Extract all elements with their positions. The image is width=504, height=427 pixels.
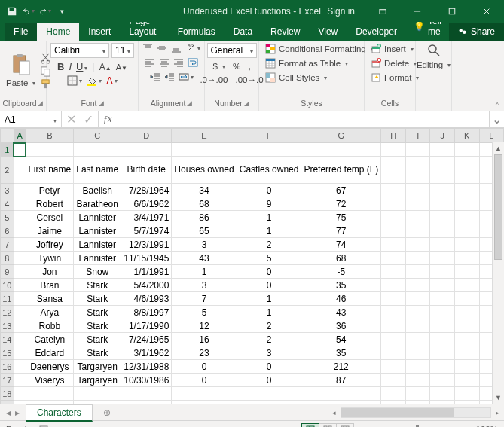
column-header[interactable]: D	[121, 129, 172, 143]
cell[interactable]	[454, 346, 479, 360]
cell[interactable]	[454, 319, 479, 333]
cell[interactable]	[430, 184, 454, 197]
cell[interactable]	[454, 184, 479, 197]
cell[interactable]: 5	[237, 252, 301, 265]
cell[interactable]	[381, 184, 406, 197]
cell[interactable]: Robert	[26, 197, 74, 211]
cell[interactable]	[454, 333, 479, 346]
tab-home[interactable]: Home	[37, 23, 79, 41]
cell[interactable]	[172, 143, 237, 157]
cell[interactable]: 3	[237, 346, 301, 360]
borders-icon[interactable]	[67, 75, 82, 86]
cell[interactable]	[406, 333, 430, 346]
cell[interactable]: 74	[301, 238, 381, 252]
cell[interactable]: Birth date	[121, 157, 172, 184]
cell[interactable]: 0	[172, 360, 237, 374]
cell[interactable]	[454, 211, 479, 224]
cell[interactable]: 65	[172, 224, 237, 238]
cell[interactable]	[454, 197, 479, 211]
decrease-indent-icon[interactable]	[150, 72, 160, 82]
column-header[interactable]: L	[479, 129, 503, 143]
cell[interactable]: 0	[237, 265, 301, 279]
cell[interactable]: Preferred temp (F)	[301, 157, 381, 184]
cell[interactable]	[406, 238, 430, 252]
cell[interactable]	[381, 374, 406, 387]
cell[interactable]	[454, 360, 479, 374]
cell[interactable]: Castles owned	[237, 157, 301, 184]
cell[interactable]: 12	[172, 319, 237, 333]
cell[interactable]: 5/4/2000	[121, 279, 172, 292]
expand-formula-bar-icon[interactable]: ⌄	[489, 111, 504, 127]
row-header[interactable]: 18	[1, 387, 14, 401]
cell[interactable]: 11/15/1945	[121, 252, 172, 265]
cell[interactable]: Sansa	[26, 292, 74, 306]
cell[interactable]: Daenerys	[26, 360, 74, 374]
cell[interactable]: Cersei	[26, 211, 74, 224]
zoom-out-button[interactable]: −	[363, 425, 368, 428]
cell[interactable]: 3/1/1962	[121, 346, 172, 360]
fill-color-icon[interactable]	[87, 75, 102, 86]
save-icon[interactable]	[6, 5, 18, 17]
cell[interactable]: Lannister	[74, 252, 121, 265]
cell[interactable]	[406, 360, 430, 374]
cell[interactable]: Stark	[74, 306, 121, 319]
view-page-layout-icon[interactable]	[319, 423, 337, 428]
cell[interactable]: 5	[172, 306, 237, 319]
column-header[interactable]: J	[430, 129, 454, 143]
cell[interactable]	[121, 387, 172, 401]
cell[interactable]	[454, 224, 479, 238]
tab-formulas[interactable]: Formulas	[169, 23, 225, 41]
decrease-font-icon[interactable]: A▼	[116, 63, 127, 72]
cell[interactable]: 3	[172, 279, 237, 292]
cell[interactable]: 1	[237, 224, 301, 238]
row-header[interactable]: 8	[1, 252, 14, 265]
cell[interactable]: 12/31/1988	[121, 360, 172, 374]
percent-format-icon[interactable]: %	[231, 61, 242, 72]
cell[interactable]	[14, 265, 26, 279]
cell[interactable]: 35	[301, 279, 381, 292]
cell[interactable]	[406, 265, 430, 279]
cell[interactable]	[430, 374, 454, 387]
cell[interactable]	[14, 211, 26, 224]
cell[interactable]	[14, 387, 26, 401]
row-header[interactable]: 2	[1, 157, 14, 184]
paste-icon[interactable]	[11, 53, 31, 76]
cell[interactable]	[14, 157, 26, 184]
minimize-icon[interactable]	[400, 0, 435, 22]
column-header[interactable]: E	[172, 129, 237, 143]
qat-customize-icon[interactable]: ▾	[56, 5, 68, 17]
accounting-format-icon[interactable]: $	[212, 61, 227, 72]
maximize-icon[interactable]	[435, 0, 469, 22]
cell[interactable]	[172, 387, 237, 401]
cell[interactable]: 1/17/1990	[121, 319, 172, 333]
cell[interactable]: Jaime	[26, 224, 74, 238]
cell[interactable]	[14, 292, 26, 306]
cell[interactable]	[454, 238, 479, 252]
cell[interactable]	[454, 387, 479, 401]
cell[interactable]: 46	[301, 292, 381, 306]
cell[interactable]: Targaryen	[74, 360, 121, 374]
scroll-thumb[interactable]	[494, 154, 502, 260]
view-page-break-icon[interactable]	[336, 423, 354, 428]
font-launcher-icon[interactable]: ◢	[99, 99, 104, 107]
increase-indent-icon[interactable]	[164, 72, 175, 82]
cell[interactable]	[430, 346, 454, 360]
cell[interactable]	[406, 211, 430, 224]
cell[interactable]	[381, 360, 406, 374]
insert-cells-button[interactable]: Insert	[369, 43, 415, 55]
fx-icon[interactable]: ƒx	[99, 111, 116, 127]
select-all-corner[interactable]	[1, 129, 14, 143]
cell[interactable]	[454, 157, 479, 184]
cell[interactable]: 35	[301, 346, 381, 360]
cell[interactable]	[430, 197, 454, 211]
cell[interactable]	[406, 387, 430, 401]
cell[interactable]	[14, 333, 26, 346]
cell[interactable]	[454, 252, 479, 265]
cell[interactable]: 0	[172, 374, 237, 387]
cell[interactable]	[74, 387, 121, 401]
cell[interactable]	[14, 279, 26, 292]
cell[interactable]: Stark	[74, 346, 121, 360]
align-center-icon[interactable]	[159, 57, 170, 68]
tab-developer[interactable]: Developer	[347, 23, 406, 41]
cell[interactable]: Robb	[26, 319, 74, 333]
